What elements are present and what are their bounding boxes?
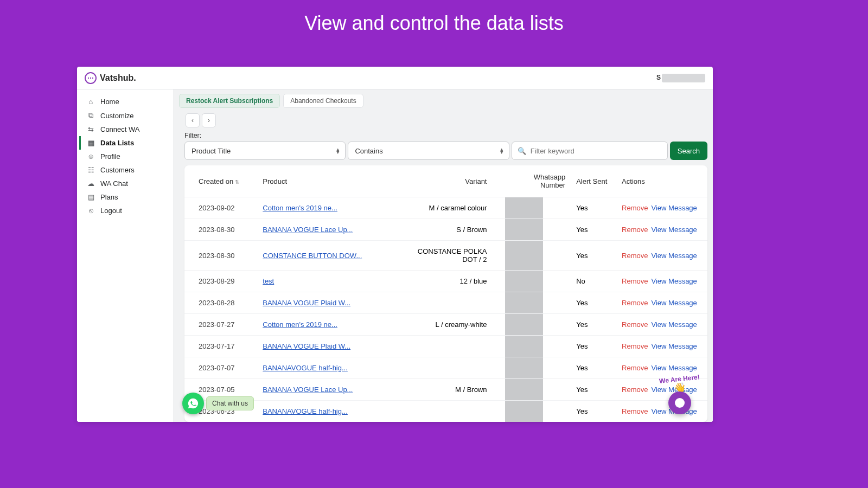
redaction-mask <box>505 271 543 292</box>
cell-created-on: 2023-07-07 <box>184 357 257 379</box>
remove-action[interactable]: Remove <box>622 204 648 212</box>
sidebar-item-customize[interactable]: ⧉Customize <box>79 108 171 123</box>
cell-product: BANANAVOGUE half-hig... <box>257 401 399 422</box>
product-link[interactable]: BANANAVOGUE half-hig... <box>263 407 348 415</box>
cell-whatsapp-number <box>503 357 571 379</box>
filter-field-select[interactable]: Product Title ▴▾ <box>184 142 346 160</box>
cell-actions: RemoveView Message <box>616 197 707 219</box>
cell-actions: RemoveView Message <box>616 314 707 336</box>
th-variant[interactable]: Variant <box>399 165 503 197</box>
tab-abandoned-checkouts[interactable]: Abandoned Checkouts <box>283 94 363 108</box>
remove-action[interactable]: Remove <box>622 320 648 329</box>
remove-action[interactable]: Remove <box>622 299 648 307</box>
remove-action[interactable]: Remove <box>622 226 648 234</box>
cell-created-on: 2023-08-30 <box>184 241 257 271</box>
home-icon: ⌂ <box>87 98 95 106</box>
table-row: 2023-08-30CONSTANCE BUTTON DOW...CONSTAN… <box>184 241 707 271</box>
help-chat-widget[interactable]: We Are Here! 👋 <box>659 375 700 414</box>
link-icon: ⇆ <box>87 125 95 133</box>
view-message-action[interactable]: View Message <box>652 277 697 285</box>
filter-field-value: Product Title <box>192 147 231 155</box>
cell-whatsapp-number <box>503 241 571 271</box>
product-link[interactable]: BANANAVOGUE half-hig... <box>263 364 348 372</box>
view-message-action[interactable]: View Message <box>652 226 697 234</box>
filter-keyword-input[interactable] <box>531 147 662 155</box>
tab-restock-alerts[interactable]: Restock Alert Subscriptions <box>179 94 280 108</box>
cell-alert-sent: Yes <box>571 197 616 219</box>
sidebar-item-data-lists[interactable]: ▦Data Lists <box>79 136 171 150</box>
package-icon: ⧉ <box>87 111 95 120</box>
view-message-action[interactable]: View Message <box>652 299 697 307</box>
sidebar-item-plans[interactable]: ▤Plans <box>79 190 171 204</box>
cell-whatsapp-number <box>503 401 571 422</box>
product-link[interactable]: test <box>263 277 274 285</box>
user-badge[interactable] <box>662 74 705 82</box>
cell-whatsapp-number <box>503 271 571 292</box>
chat-bubble-icon: ⋯ <box>85 72 97 84</box>
cell-product: Cotton men's 2019 ne... <box>257 197 399 219</box>
cell-whatsapp-number <box>503 292 571 314</box>
view-message-action[interactable]: View Message <box>652 252 697 260</box>
whatsapp-chat-widget[interactable]: Chat with us <box>182 393 254 414</box>
remove-action[interactable]: Remove <box>622 277 648 285</box>
brand-logo[interactable]: ⋯ Vatshub. <box>85 72 136 84</box>
search-icon: 🔍 <box>518 147 526 155</box>
view-message-action[interactable]: View Message <box>652 364 697 372</box>
redaction-mask <box>505 314 543 335</box>
table-row: 2023-08-28BANANA VOGUE Plaid W...YesRemo… <box>184 292 707 314</box>
cell-whatsapp-number <box>503 219 571 241</box>
pagination: ‹ › <box>179 111 713 132</box>
sidebar-item-profile[interactable]: ☺Profile <box>79 150 171 163</box>
cell-variant: S / Brown <box>399 219 503 241</box>
cell-product: BANANAVOGUE half-hig... <box>257 357 399 379</box>
product-link[interactable]: BANANA VOGUE Lace Up... <box>263 386 353 394</box>
th-product[interactable]: Product <box>257 165 399 197</box>
view-message-action[interactable]: View Message <box>652 204 697 212</box>
product-link[interactable]: Cotton men's 2019 ne... <box>263 320 337 329</box>
remove-action[interactable]: Remove <box>622 386 648 394</box>
table-row: 2023-08-29test12 / blueNoRemoveView Mess… <box>184 271 707 292</box>
redaction-mask <box>505 357 543 378</box>
product-link[interactable]: Cotton men's 2019 ne... <box>263 204 337 212</box>
remove-action[interactable]: Remove <box>622 407 648 415</box>
pager-next-button[interactable]: › <box>202 113 216 127</box>
sidebar-item-label: Profile <box>100 152 120 160</box>
sidebar-item-customers[interactable]: ☷Customers <box>79 163 171 177</box>
cell-alert-sent: Yes <box>571 219 616 241</box>
sidebar-item-label: Connect WA <box>100 125 140 133</box>
product-link[interactable]: BANANA VOGUE Plaid W... <box>263 299 350 307</box>
help-bubble-icon <box>668 391 691 414</box>
filter-search-wrap: 🔍 <box>512 142 668 160</box>
product-link[interactable]: CONSTANCE BUTTON DOW... <box>263 252 362 260</box>
filter-operator-select[interactable]: Contains ▴▾ <box>348 142 509 160</box>
sidebar-item-home[interactable]: ⌂Home <box>79 95 171 108</box>
search-button[interactable]: Search <box>670 142 707 160</box>
cell-variant: M / Brown <box>399 379 503 401</box>
users-icon: ☷ <box>87 166 95 174</box>
sidebar-item-wa-chat[interactable]: ☁WA Chat <box>79 177 171 190</box>
th-created-on[interactable]: Created on⇅ <box>184 165 257 197</box>
product-link[interactable]: BANANA VOGUE Lace Up... <box>263 226 353 234</box>
tabs: Restock Alert Subscriptions Abandoned Ch… <box>179 93 713 111</box>
remove-action[interactable]: Remove <box>622 342 648 350</box>
view-message-action[interactable]: View Message <box>652 342 697 350</box>
pager-prev-button[interactable]: ‹ <box>186 113 200 127</box>
sidebar: ⌂Home ⧉Customize ⇆Connect WA ▦Data Lists… <box>77 89 174 422</box>
th-alert-sent[interactable]: Alert Sent <box>571 165 616 197</box>
cell-alert-sent: Yes <box>571 314 616 336</box>
sidebar-item-connect-wa[interactable]: ⇆Connect WA <box>79 123 171 136</box>
cell-actions: RemoveView Message <box>616 271 707 292</box>
remove-action[interactable]: Remove <box>622 252 648 260</box>
th-whatsapp-number[interactable]: Whatsapp Number <box>503 165 571 197</box>
view-message-action[interactable]: View Message <box>652 320 697 329</box>
product-link[interactable]: BANANA VOGUE Plaid W... <box>263 342 350 350</box>
sidebar-item-logout[interactable]: ⎋Logout <box>79 204 171 217</box>
redaction-mask <box>505 197 543 219</box>
chevron-updown-icon: ▴▾ <box>500 148 503 154</box>
chevron-updown-icon: ▴▾ <box>336 148 340 154</box>
app-header: ⋯ Vatshub. <box>77 67 713 89</box>
redaction-mask <box>505 401 543 422</box>
table-row: 2023-07-17BANANA VOGUE Plaid W...YesRemo… <box>184 336 707 357</box>
sidebar-item-label: Logout <box>100 207 122 215</box>
remove-action[interactable]: Remove <box>622 364 648 372</box>
